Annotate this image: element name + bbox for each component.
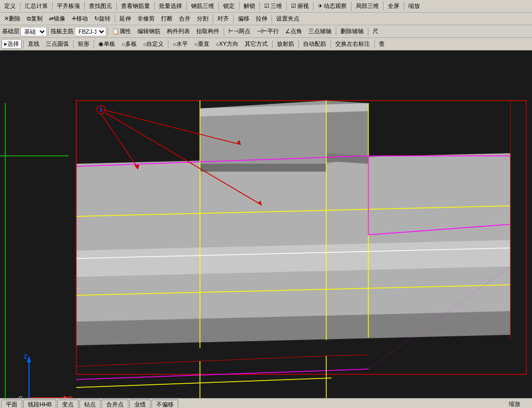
toolbar-angle-point[interactable]: ∠ 点角 bbox=[283, 26, 305, 36]
toolbar-top-view[interactable]: ☑ 俯视 bbox=[288, 1, 312, 11]
toolbar-row-2: ✕ 删除 ⧉ 复制 ⇌ 镜像 ✛ 移动 ↻ 旋转 延伸 非修剪 打断 合并 分割… bbox=[0, 13, 532, 25]
toolbar-line[interactable]: 直线 bbox=[25, 39, 42, 49]
separator-4 bbox=[116, 2, 117, 11]
svg-marker-11 bbox=[200, 164, 326, 172]
status-tab-mergepoint[interactable]: 合并点 bbox=[102, 400, 128, 409]
status-bar: 平面 线段HHB 变点 钻点 合并点 业绩 不偏移 缩放 bbox=[0, 398, 532, 408]
parallel-icon: ⊣⊢ bbox=[257, 28, 267, 35]
status-tab-nooffset[interactable]: 不偏移 bbox=[152, 400, 178, 409]
toolbar-align[interactable]: 对齐 bbox=[215, 14, 232, 24]
toolbar-edit-rebar[interactable]: 编辑钢筋 bbox=[135, 26, 163, 36]
status-tab-drillpoint[interactable]: 钻点 bbox=[79, 400, 101, 409]
layer-label: 基础层 bbox=[1, 27, 21, 35]
toolbar-copy[interactable]: ⧉ 复制 bbox=[24, 14, 45, 24]
separator-1 bbox=[20, 2, 21, 11]
toolbar-three-arc[interactable]: 三点圆弧 bbox=[43, 39, 72, 49]
toolbar-radial-rebar[interactable]: 放射筋 bbox=[274, 39, 297, 49]
toolbar-break[interactable]: 打断 bbox=[158, 14, 175, 24]
toolbar-define[interactable]: 定义 bbox=[2, 1, 18, 11]
separator-8 bbox=[239, 2, 239, 11]
toolbar-pick-component[interactable]: 抬取构件 bbox=[194, 26, 222, 36]
toolbar-batch-select[interactable]: 批量选择 bbox=[156, 1, 185, 11]
viewport-canvas[interactable]: 1 Z X C bbox=[0, 51, 532, 398]
toolbar-find-element[interactable]: 查找图元 bbox=[86, 1, 115, 11]
toolbar-delete[interactable]: ✕ 删除 bbox=[2, 14, 23, 24]
toolbar-swap-annotation[interactable]: 交换左右标注 bbox=[333, 39, 373, 49]
sep-t4-5 bbox=[298, 40, 299, 48]
toolbar-merge[interactable]: 合并 bbox=[176, 14, 193, 24]
twopoint-icon: ⊢⊣ bbox=[228, 28, 239, 35]
toolbar-set-grip[interactable]: 设置夹点 bbox=[274, 14, 302, 24]
separator-t2-1 bbox=[115, 15, 115, 23]
toolbar-rect[interactable]: 矩形 bbox=[75, 39, 92, 49]
toolbar-rebar-3d[interactable]: 钢筋三维 bbox=[188, 1, 217, 11]
toolbar-ruler[interactable]: 尺 bbox=[370, 26, 381, 36]
separator-11 bbox=[313, 2, 314, 11]
sep-t3-1 bbox=[48, 27, 48, 36]
toolbar-summary-calc[interactable]: 汇总计算 bbox=[22, 1, 51, 11]
checkbox-topview[interactable]: ☑ bbox=[291, 3, 296, 9]
toolbar-property[interactable]: 📋 属性 bbox=[109, 26, 134, 36]
radio-custom: ○ bbox=[143, 41, 147, 47]
toolbar-delete-axis[interactable]: 删除辅轴 bbox=[338, 26, 366, 36]
toolbar-query[interactable]: 查 bbox=[376, 39, 387, 49]
status-tab-line[interactable]: 线段HHB bbox=[23, 400, 56, 409]
status-tab-achievement[interactable]: 业绩 bbox=[129, 400, 150, 409]
sep-t4-3 bbox=[168, 40, 168, 48]
toolbar-lock[interactable]: 锁定 bbox=[220, 1, 237, 11]
toolbar-xy-dir[interactable]: ○ XY方向 bbox=[213, 39, 241, 49]
toolbar-dynamic-view[interactable]: ✈ 动态观察 bbox=[315, 1, 349, 11]
radio-vert: ○ bbox=[194, 41, 198, 47]
checkbox-3d[interactable]: ☑ bbox=[264, 3, 269, 9]
toolbar-select[interactable]: ▸ 选择 bbox=[2, 39, 22, 49]
toolbar-local-3d[interactable]: 局部三维 bbox=[353, 1, 382, 11]
toolbar-horizontal[interactable]: ○ 水平 bbox=[170, 39, 190, 49]
status-tab-plane[interactable]: 平面 bbox=[1, 400, 22, 409]
sep-t4-2 bbox=[94, 40, 94, 48]
toolbar-move[interactable]: ✛ 移动 bbox=[69, 14, 91, 24]
rebar-type-select[interactable]: FBZJ-1 bbox=[75, 27, 106, 36]
svg-text:1: 1 bbox=[99, 106, 103, 113]
toolbar-split[interactable]: 分割 bbox=[194, 14, 211, 24]
separator-t2-4 bbox=[272, 15, 272, 23]
toolbar-row-3: 基础层 基础 筏板主筋 FBZJ-1 📋 属性 编辑钢筋 构件列表 抬取构件 ⊢… bbox=[0, 25, 532, 37]
toolbar-no-trim[interactable]: 非修剪 bbox=[135, 14, 157, 24]
toolbar-component-list[interactable]: 构件列表 bbox=[164, 26, 193, 36]
toolbar-stretch[interactable]: 拉伸 bbox=[253, 14, 270, 24]
status-tab-changepoint[interactable]: 变点 bbox=[57, 400, 78, 409]
svg-text:X: X bbox=[68, 395, 73, 398]
delete-icon: ✕ bbox=[4, 15, 9, 22]
toolbar-3d[interactable]: ☑ 三维 bbox=[262, 1, 285, 11]
toolbar-fullscreen[interactable]: 全屏 bbox=[385, 1, 402, 11]
toolbar-parallel[interactable]: ⊣⊢ 平行 bbox=[254, 26, 282, 36]
sep-t4-6 bbox=[330, 40, 331, 48]
anglepoint-icon: ∠ bbox=[285, 28, 290, 35]
toolbar-vertical[interactable]: ○ 垂直 bbox=[192, 39, 212, 49]
toolbar-zoom[interactable]: 缩放 bbox=[406, 1, 423, 11]
toolbar-rotate[interactable]: ↻ 旋转 bbox=[92, 14, 113, 24]
sep-t3-4 bbox=[336, 27, 336, 36]
layer-select[interactable]: 基础 bbox=[21, 27, 47, 36]
toolbar-extend[interactable]: 延伸 bbox=[117, 14, 134, 24]
radio-xy: ○ bbox=[216, 41, 219, 47]
toolbar-single-board[interactable]: ◉ 单板 bbox=[96, 39, 118, 49]
toolbar-view-rebar[interactable]: 查看钢筋量 bbox=[118, 1, 153, 11]
toolbar-multi-board[interactable]: ○ 多板 bbox=[119, 39, 139, 49]
sep-t4-1 bbox=[73, 40, 74, 48]
radio-horiz: ○ bbox=[173, 41, 176, 47]
toolbar-two-point[interactable]: ⊢⊣ 两点 bbox=[226, 26, 253, 36]
radio-single: ◉ bbox=[98, 41, 104, 47]
toolbar-flush-panel[interactable]: 平齐板项 bbox=[54, 1, 83, 11]
toolbar-other-mode[interactable]: 其它方式 bbox=[242, 39, 270, 49]
toolbar-row-1: 定义 汇总计算 平齐板项 查找图元 查看钢筋量 批量选择 钢筋三维 锁定 解锁 … bbox=[0, 0, 532, 13]
separator-13 bbox=[383, 2, 384, 11]
toolbar-offset[interactable]: 偏移 bbox=[235, 14, 252, 24]
toolbar-custom[interactable]: ○ 自定义 bbox=[140, 39, 167, 49]
toolbar-mirror[interactable]: ⇌ 镜像 bbox=[46, 14, 68, 24]
toolbar-three-point-axis[interactable]: 三点辅轴 bbox=[306, 26, 334, 36]
separator-t2-3 bbox=[233, 15, 234, 23]
separator-9 bbox=[259, 2, 260, 11]
separator-14 bbox=[404, 2, 404, 11]
toolbar-unlock[interactable]: 解锁 bbox=[241, 1, 258, 11]
toolbar-auto-rebar[interactable]: 自动配筋 bbox=[300, 39, 329, 49]
